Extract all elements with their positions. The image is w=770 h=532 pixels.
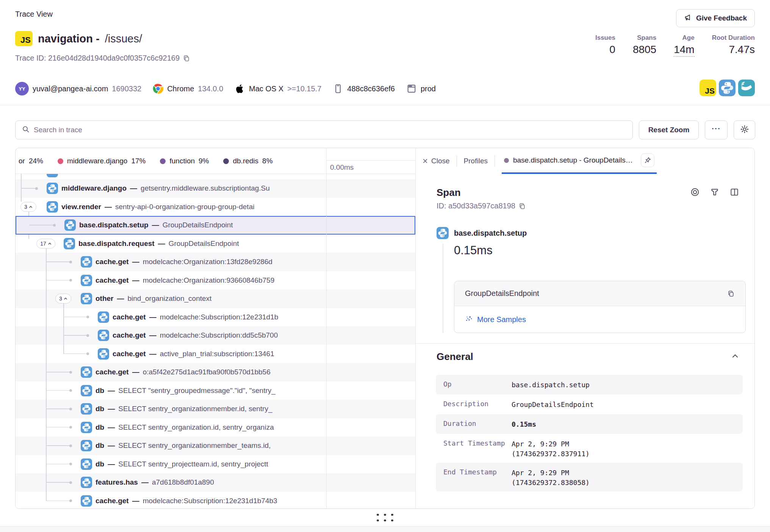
span-row-content: cache.get—modelcache:Organization:13fd28… (81, 253, 272, 271)
span-row-middleware.django[interactable]: middleware.django—getsentry.middleware.s… (16, 179, 415, 198)
more-samples-link[interactable]: More Samples (477, 315, 526, 324)
tree-connector-line (63, 317, 88, 318)
drag-handle[interactable] (377, 514, 393, 522)
general-row-value: Apr 2, 9:29 PM(1743629372.837911) (512, 434, 590, 459)
op-desc-separator: — (130, 184, 137, 192)
span-description: SELECT sentry_organization.id, sentry_or… (118, 423, 274, 432)
span-row-left: 3view.render—sentry-api-0-organization-g… (16, 198, 326, 216)
page-bottom-strip (0, 527, 770, 532)
span-row-db[interactable]: db—SELECT sentry_organizationmember.id, … (16, 400, 415, 418)
legend-item[interactable]: function 9% (160, 157, 209, 165)
more-options-button[interactable]: ⋯ (705, 120, 728, 139)
span-row-features.has[interactable]: features.has—a7d618b8df01a890 (16, 473, 415, 492)
python-icon (47, 174, 58, 177)
javascript-project-icon[interactable]: JS (700, 80, 716, 96)
focus-target-icon[interactable] (690, 187, 700, 199)
span-row-left: db—SELECT "sentry_groupedmessage"."id", … (16, 382, 326, 400)
span-row-db[interactable]: db—SELECT sentry_organization.id, sentry… (16, 418, 415, 437)
span-row-view.render[interactable]: 3view.render—sentry-api-0-organization-g… (16, 198, 415, 216)
tree-connector-dot (69, 371, 72, 374)
sample-card-body: More Samples (454, 306, 745, 333)
span-op-name: base.dispatch.setup (454, 229, 527, 238)
teal-project-icon[interactable] (738, 80, 755, 96)
child-count: 17 (40, 241, 46, 247)
tab-separator (457, 155, 457, 167)
close-icon: × (423, 156, 428, 166)
copy-icon[interactable] (183, 55, 190, 62)
legend-item[interactable]: or 24% (19, 157, 43, 165)
ops-breakdown-legend: or 24% middleware.django 17% function 9%… (19, 148, 273, 174)
python-icon (437, 227, 449, 239)
span-op: cache.get (95, 368, 129, 376)
split-panel-icon[interactable] (729, 187, 739, 199)
span-row-db[interactable]: db—SELECT "sentry_groupedmessage"."id", … (16, 382, 415, 400)
op-desc-separator: — (132, 276, 139, 285)
span-row-db[interactable]: db—SELECT sentry_organizationmember_team… (16, 437, 415, 455)
pin-tab-button[interactable] (641, 153, 654, 167)
meta-os: Mac OS X >=10.15.7 (235, 83, 321, 94)
tab-span-active[interactable]: base.dispatch.setup - GroupDetails… (502, 148, 657, 174)
span-op: cache.get (113, 331, 146, 340)
tree-connector-dot (69, 499, 72, 502)
op-desc-separator: — (108, 423, 115, 432)
legend-item[interactable]: db.redis 8% (223, 157, 272, 165)
tab-profiles[interactable]: Profiles (464, 157, 488, 165)
span-row-content: features.has—a7d618b8df01a890 (81, 473, 214, 492)
span-row-cache.get[interactable]: cache.get—modelcache:Organization:13fd28… (16, 253, 415, 271)
collapse-children-pill[interactable]: 17 (36, 239, 55, 249)
span-op: cache.get (113, 350, 146, 358)
span-row-base.dispatch.request[interactable]: 17base.dispatch.request—GroupDetailsEndp… (16, 235, 415, 253)
span-op: db (95, 441, 104, 450)
span-row-cache.get[interactable]: cache.get—active_plan_trial:subscription… (16, 345, 415, 363)
span-row-base.dispatch.setup[interactable]: base.dispatch.setup—GroupDetailsEndpoint (16, 216, 415, 235)
trace-search (15, 120, 633, 139)
span-row-cache.get[interactable]: cache.get—o:a5f42e275d1ac91fba90f0b570d1… (16, 363, 415, 382)
stat-spans: Spans 8805 (633, 34, 656, 57)
close-tab-button[interactable]: × Close (423, 156, 450, 166)
general-row-value: base.dispatch.setup (512, 375, 590, 390)
op-desc-separator: — (108, 460, 115, 468)
child-count: 3 (59, 296, 62, 302)
span-row-db[interactable]: db—SELECT sentry_projectteam.id, sentry_… (16, 455, 415, 474)
op-desc-separator: — (149, 350, 157, 358)
span-row-other[interactable]: 3other—bind_organization_context (16, 289, 415, 308)
copy-icon[interactable] (518, 202, 526, 210)
tree-connector-dot (53, 224, 56, 227)
op-desc-separator: — (132, 258, 139, 266)
tree-waterfall-divider[interactable] (326, 148, 327, 509)
span-op: db (95, 460, 104, 468)
python-icon (81, 422, 92, 433)
tree-connector-dot (69, 463, 72, 465)
tree-connector-dot (69, 426, 72, 429)
search-input[interactable] (34, 126, 626, 134)
span-row-left: features.has—a7d618b8df01a890 (16, 473, 326, 492)
span-op: base.dispatch.setup (79, 221, 149, 229)
reset-zoom-button[interactable]: Reset Zoom (639, 120, 699, 139)
copy-icon[interactable] (727, 290, 735, 297)
span-op: base.dispatch.request (78, 239, 155, 248)
settings-button[interactable] (734, 120, 755, 139)
span-row-left: base.dispatch.setup—GroupDetailsEndpoint (16, 217, 327, 234)
trace-panel: or 24% middleware.django 17% function 9%… (15, 148, 755, 509)
chevron-up-icon[interactable] (731, 352, 740, 362)
apple-icon (235, 83, 245, 94)
general-row-label: End Timestamp (436, 463, 512, 476)
span-row-left: 17base.dispatch.request—GroupDetailsEndp… (16, 235, 326, 253)
python-project-icon[interactable] (719, 80, 736, 96)
collapse-children-pill[interactable]: 3 (55, 294, 71, 304)
span-description: getsentry.middleware.subscriptiontag.Su (141, 184, 270, 192)
span-row-content: cache.get—o:a5f42e275d1ac91fba90f0b570d1… (81, 363, 271, 382)
general-row-label: Description (436, 394, 512, 408)
collapse-children-pill[interactable]: 3 (20, 202, 36, 212)
span-row-cache.get[interactable]: cache.get—modelcache:Organization:936608… (16, 271, 415, 290)
span-description: modelcache:Organization:93660846b759 (143, 276, 275, 285)
span-row-cache.get[interactable]: cache.get—modelcache:Subscription:dd5c5b… (16, 326, 415, 345)
span-row-cache.get[interactable]: cache.get—modelcache:Subscription:12e231… (16, 492, 415, 509)
funnel-icon[interactable] (710, 187, 720, 199)
legend-item[interactable]: middleware.django 17% (58, 157, 146, 165)
give-feedback-button[interactable]: Give Feedback (676, 9, 755, 27)
span-row-left: middleware.django—getsentry.middleware.s… (16, 179, 326, 198)
python-icon (64, 219, 76, 231)
span-row-cache.get[interactable]: cache.get—modelcache:Subscription:12e231… (16, 308, 415, 327)
span-op-dot-icon (504, 158, 509, 163)
